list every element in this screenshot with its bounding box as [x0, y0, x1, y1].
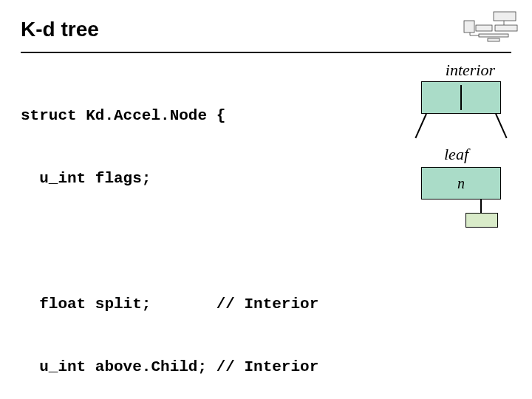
primitive-box	[466, 213, 498, 228]
code-block: struct Kd.Accel.Node { u_int flags; floa…	[21, 64, 393, 399]
title-underline	[21, 52, 511, 53]
code-text: u_int above.Child; // Interior	[39, 358, 318, 375]
code-line: struct Kd.Accel.Node {	[21, 106, 393, 126]
edge-right	[495, 114, 507, 139]
code-blank	[21, 231, 393, 252]
code-text: float split; // Interior	[39, 296, 318, 313]
edge-down	[480, 200, 482, 213]
svg-rect-5	[488, 38, 499, 41]
edge-left	[415, 114, 426, 139]
slide-body: struct Kd.Accel.Node { u_int flags; floa…	[21, 64, 511, 399]
slide: K-d tree struct Kd.Accel.Node { u_int fl…	[0, 0, 532, 399]
leaf-label: leaf	[444, 145, 468, 164]
leaf-node-box: n	[421, 167, 501, 200]
svg-rect-3	[495, 25, 517, 31]
code-line: u_int above.Child; // Interior	[21, 357, 393, 378]
code-text: u_int flags;	[39, 170, 151, 187]
slide-title: K-d tree	[21, 15, 511, 49]
svg-rect-0	[494, 12, 516, 21]
svg-rect-1	[464, 21, 474, 33]
code-line: u_int flags;	[21, 168, 393, 189]
corner-schematic-icon	[463, 10, 522, 43]
interior-node-box	[421, 81, 501, 114]
svg-rect-4	[479, 34, 508, 37]
interior-label: interior	[446, 61, 495, 80]
split-line	[460, 85, 462, 110]
svg-rect-2	[476, 25, 492, 31]
node-diagram: interior leaf n	[393, 64, 511, 399]
code-line: float split; // Interior	[21, 294, 393, 315]
leaf-n-label: n	[457, 175, 465, 192]
